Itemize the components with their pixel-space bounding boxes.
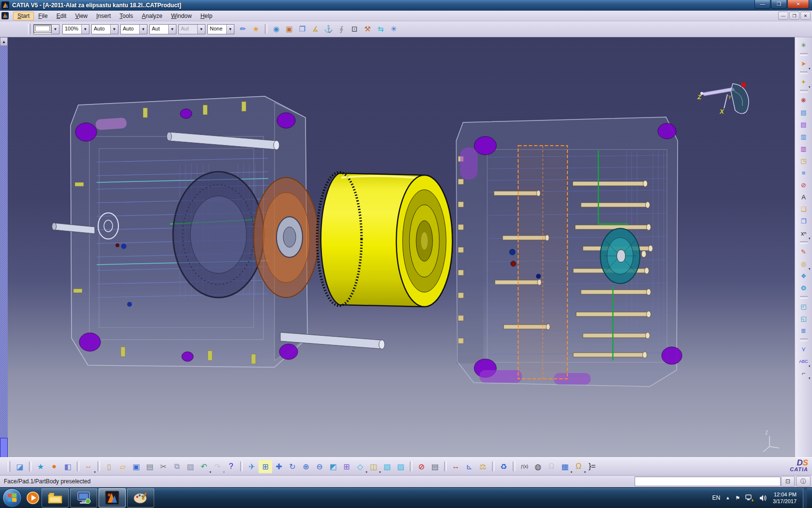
windows-media-player-button[interactable] <box>26 489 40 507</box>
redo-icon[interactable]: ↷ <box>211 460 224 473</box>
catalog-lock-icon[interactable]: Ω <box>572 460 585 473</box>
multi-view-icon[interactable]: ⊞ <box>340 460 353 473</box>
start-button[interactable] <box>2 488 22 508</box>
hidden-icons-button[interactable]: ▲ <box>725 495 730 500</box>
my-computer-button[interactable] <box>70 488 97 508</box>
network-icon[interactable] <box>745 494 754 502</box>
speaker-icon[interactable] <box>759 494 768 502</box>
screwdriver-icon[interactable]: ⚒ <box>361 23 374 35</box>
graph-tree-reorder-icon[interactable]: ≡ <box>798 167 810 179</box>
copy-icon[interactable]: ⧉ <box>170 460 184 473</box>
chevron-down-icon[interactable]: ▼ <box>81 25 89 34</box>
knowledge-icon[interactable]: ◍ <box>531 460 545 473</box>
painter-icon[interactable]: ✏ <box>236 23 249 35</box>
catalog-browser-icon[interactable]: ❂ <box>798 282 810 294</box>
measure-angle-icon[interactable]: ∡ <box>309 23 322 35</box>
undo-icon[interactable]: ↶ <box>197 460 211 473</box>
update-gears-icon[interactable]: ✳ <box>798 39 810 51</box>
toolbar-grip[interactable] <box>28 24 30 34</box>
vertical-scrollbar[interactable]: ▲ ▼ <box>0 37 8 457</box>
menu-help[interactable]: Help <box>196 12 217 20</box>
equivalent-dims-icon[interactable]: }= <box>585 460 599 473</box>
wireframe-view-icon[interactable]: ▨ <box>394 460 407 473</box>
help-what-icon[interactable]: ? <box>224 460 238 473</box>
multi-instantiation-icon[interactable]: xⁿ <box>798 227 810 239</box>
window-sketch-icon[interactable]: ❐ <box>798 215 810 227</box>
chevron-down-icon[interactable]: ▼ <box>168 25 176 34</box>
fly-mode-icon[interactable]: ✈ <box>245 460 259 473</box>
point-symbol-combo[interactable]: Aut ▼ <box>149 24 176 34</box>
molded-part-bucket[interactable] <box>317 172 452 307</box>
interrupt-icon[interactable]: ⊘ <box>415 460 428 473</box>
fit-all-icon[interactable]: ⊞ <box>259 460 272 473</box>
restore-button[interactable]: ❐ <box>771 0 787 9</box>
print-icon[interactable]: ▤ <box>143 460 157 473</box>
scroll-up-button[interactable]: ▲ <box>0 37 8 46</box>
menu-insert[interactable]: Insert <box>92 12 115 20</box>
measure-box-icon[interactable]: ⊡ <box>348 23 361 35</box>
replace-component-icon[interactable]: ◳ <box>798 155 810 167</box>
stack-components-icon[interactable]: ◱ <box>798 313 810 325</box>
tree-expand-icon[interactable]: ≣ <box>798 325 810 337</box>
paint-button[interactable] <box>127 488 154 508</box>
smart-move-icon[interactable]: ❒ <box>296 23 309 35</box>
formula-icon[interactable]: ƒ(x) <box>518 460 531 473</box>
gear-select-icon[interactable]: ✦ <box>798 76 810 88</box>
frame-title-block-icon[interactable]: A <box>798 191 810 203</box>
scrollbar-track[interactable] <box>0 46 8 448</box>
save-icon[interactable]: ▣ <box>130 460 143 473</box>
new-document-icon[interactable]: ▯ <box>102 460 116 473</box>
export-part-icon[interactable]: ▥ <box>798 131 810 143</box>
minimize-button[interactable]: — <box>754 0 770 9</box>
enovia-sync-icon[interactable]: ♻ <box>497 460 510 473</box>
chevron-down-icon[interactable]: ▼ <box>139 25 147 34</box>
command-input[interactable] <box>635 477 781 486</box>
chevron-down-icon[interactable]: ▼ <box>226 25 234 34</box>
menu-view[interactable]: View <box>71 12 92 20</box>
language-indicator[interactable]: EN <box>712 494 721 501</box>
flag-note-icon[interactable]: ⌐ <box>798 367 810 379</box>
manage-representations-icon[interactable]: ❏ <box>798 203 810 215</box>
line-weight-combo[interactable]: Auto ▼ <box>91 24 118 34</box>
line-type-combo[interactable]: Auto ▼ <box>120 24 147 34</box>
view-compass[interactable]: Z Y X <box>697 83 749 115</box>
catalog-star-icon[interactable]: ★ <box>34 460 47 473</box>
translate-component-icon[interactable]: ◰ <box>798 300 810 313</box>
fill-color-picker[interactable]: ▼ <box>33 24 59 34</box>
design-table-icon[interactable]: ▦ <box>558 460 572 473</box>
menu-start[interactable]: Start <box>13 12 34 20</box>
constraints-icon[interactable]: ✳ <box>387 23 400 35</box>
copper-ring-insert[interactable] <box>254 178 319 298</box>
measure-between-icon[interactable]: ↔ <box>449 460 463 473</box>
chevron-down-icon[interactable]: ▼ <box>51 25 59 34</box>
menu-window[interactable]: Window <box>167 12 196 20</box>
expand-command-button[interactable]: ⊡ <box>781 476 795 487</box>
magic-wand-icon[interactable]: ★ <box>249 23 262 35</box>
render-cube-icon[interactable]: ◧ <box>61 460 74 473</box>
mdi-close-button[interactable]: ✕ <box>800 12 811 20</box>
hide-component-icon[interactable]: ⊘ <box>798 179 810 191</box>
product-update-icon[interactable]: ❋ <box>798 94 810 106</box>
zoom-in-icon[interactable]: ⊕ <box>299 460 313 473</box>
select-arrow-icon[interactable]: ➤ <box>798 58 810 70</box>
rotate-icon[interactable]: ↻ <box>286 460 299 473</box>
mold-half-right[interactable] <box>456 117 682 387</box>
cut-icon[interactable]: ✂ <box>157 460 170 473</box>
swap-arrows-icon[interactable]: ⇆ <box>374 23 387 35</box>
measure-inertia-icon[interactable]: ⚖ <box>476 460 490 473</box>
compass-handle[interactable] <box>741 83 746 87</box>
clash-analysis-icon[interactable]: ◎ <box>798 258 810 270</box>
file-explorer-button[interactable] <box>42 488 69 508</box>
catia-taskbar-button[interactable] <box>99 488 126 508</box>
menu-analyze[interactable]: Analyze <box>137 12 167 20</box>
menu-edit[interactable]: Edit <box>52 12 71 20</box>
new-product-icon[interactable]: ▤ <box>798 119 810 131</box>
normal-view-icon[interactable]: ◩ <box>326 460 340 473</box>
paint-apply-icon[interactable]: ✎ <box>798 246 810 258</box>
menu-file[interactable]: File <box>34 12 52 20</box>
text-annotation-icon[interactable]: ABC <box>798 355 810 367</box>
eraser-icon[interactable]: ◪ <box>13 460 27 473</box>
quick-print-icon[interactable]: ▤ <box>428 460 442 473</box>
mdi-restore-button[interactable]: ❐ <box>789 12 799 20</box>
export-assembly-icon[interactable]: ▥ <box>798 143 810 155</box>
